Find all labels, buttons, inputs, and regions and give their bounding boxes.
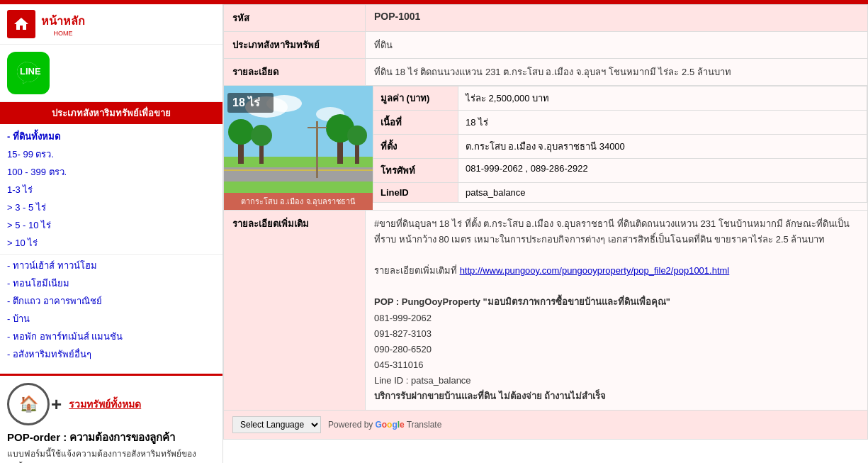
svg-rect-16: [316, 121, 318, 178]
svg-text:LINE: LINE: [20, 66, 41, 77]
nav-item-10-rai[interactable]: > 10 ไร่: [0, 234, 222, 252]
property-table: รหัส POP-1001 ประเภทสังหาริมทรัพย์ ที่ดิ…: [223, 4, 868, 440]
svg-point-9: [228, 119, 254, 145]
code-value: POP-1001: [366, 5, 868, 32]
nav-link-land-all[interactable]: - ที่ดินทั้งหมด: [7, 131, 60, 142]
svg-text:18 ไร่: 18 ไร่: [232, 96, 260, 108]
desc-inner-table: มูลค่า (บาท) ไร่ละ 2,500,000 บาท เนื้อที…: [373, 86, 867, 203]
location-value: ต.กระโสบ อ.เมือง จ.อุบลราชธานี 34000: [458, 135, 867, 159]
nav-link-5-10-rai[interactable]: > 5 - 10 ไร่: [7, 220, 51, 230]
nav-link-10-rai[interactable]: > 10 ไร่: [7, 238, 38, 248]
nav-item-100-399[interactable]: 100 - 399 ตรว.: [0, 163, 222, 181]
nav-link-15-99[interactable]: 15- 99 ตรว.: [7, 149, 54, 160]
additional-row: รายละเอียตเพิ่มเติม #ขายที่ดินอุบลฯ 18 ไ…: [224, 211, 868, 411]
additional-line4: 090-280-6520: [374, 344, 432, 355]
nav-link-1-3-rai[interactable]: 1-3 ไร่: [7, 184, 33, 195]
detail-value: ที่ดิน 18 ไร่ ติดถนนวงแหวน 231 ต.กระโสบ …: [366, 59, 868, 86]
additional-line5: 045-311016: [374, 359, 423, 370]
sidebar: หน้าหลัก HOME LINE ประเภทสังหาริมทรัพย์เ…: [0, 4, 223, 463]
nav-link-townhouse[interactable]: - ทาวน์เฮ้าส์ ทาวน์โฮม: [7, 260, 97, 271]
additional-text1: #ขายที่ดินอุบลฯ 18 ไร่ ที่ตั้ง ต.กระโสบ …: [374, 218, 850, 245]
nav-item-townhouse[interactable]: - ทาวน์เฮ้าส์ ทาวน์โฮม: [0, 257, 222, 274]
sidebar-nav: - ที่ดินทั้งหมด 15- 99 ตรว. 100 - 399 ตร…: [0, 124, 222, 367]
pop-order-desc: แบบฟอร์มนี้ใช้แจ้งความต้องการอสังหาริมทร…: [7, 448, 215, 463]
area-label: เนื้อที่: [373, 111, 458, 135]
additional-line2: 081-999-2062: [374, 313, 432, 323]
nav-item-1-3-rai[interactable]: 1-3 ไร่: [0, 181, 222, 199]
home-label: หน้าหลัก: [41, 15, 85, 27]
additional-line3: 091-827-3103: [374, 328, 432, 339]
area-value: 18 ไร่: [458, 111, 867, 135]
nav-item-5-10-rai[interactable]: > 5 - 10 ไร่: [0, 216, 222, 234]
lineid-value: patsa_balance: [458, 183, 867, 203]
phone-row: โทรศัพท์ 081-999-2062 , 089-286-2922: [373, 159, 867, 183]
property-image-cell: 18 ไร่ ตากระโสบ อ.เมือง จ.อุบลราชธานี: [224, 86, 373, 210]
nav-link-commercial[interactable]: - ตึกแถว อาคารพาณิชย์: [7, 296, 102, 306]
line-icon[interactable]: LINE: [7, 52, 50, 94]
line-icon-area: LINE: [0, 45, 222, 102]
translate-row: Select Language Powered by Google Transl…: [224, 411, 868, 440]
powered-by: Powered by Google Translate: [328, 420, 441, 430]
additional-line6: Line ID : patsa_balance: [374, 375, 471, 386]
additional-label: รายละเอียตเพิ่มเติม: [224, 211, 366, 411]
location-label: ที่ตั้ง: [373, 135, 458, 159]
main-content: รหัส POP-1001 ประเภทสังหาริมทรัพย์ ที่ดิ…: [223, 4, 868, 463]
svg-point-15: [347, 125, 367, 145]
svg-rect-17: [308, 127, 327, 128]
translate-text: Translate: [407, 420, 442, 430]
nav-item-other[interactable]: - อสังหาริมทรัพย์อื่นๆ: [0, 345, 222, 363]
pop-order-title: POP-order : ความต้องการของลูกค้า: [7, 429, 215, 446]
svg-point-11: [251, 125, 272, 146]
nav-item-condo[interactable]: - ทอนโฮมีเนียม: [0, 274, 222, 292]
language-select[interactable]: Select Language: [232, 416, 321, 433]
powered-by-text: Powered by: [328, 420, 373, 430]
nav-item-commercial[interactable]: - ตึกแถว อาคารพาณิชย์: [0, 292, 222, 310]
home-sub: HOME: [41, 30, 85, 37]
additional-line7: บริการรับฝากขายบ้านและที่ดิน ไม่ต้องจ่าย…: [374, 391, 606, 401]
additional-link-text: รายละเอียตเพิ่มเติมที่: [374, 265, 457, 276]
price-row: มูลค่า (บาท) ไร่ละ 2,500,000 บาท: [373, 87, 867, 111]
additional-content: #ขายที่ดินอุบลฯ 18 ไร่ ที่ตั้ง ต.กระโสบ …: [366, 211, 868, 411]
nav-item-land-all[interactable]: - ที่ดินทั้งหมด: [0, 128, 222, 145]
location-row: ที่ตั้ง ต.กระโสบ อ.เมือง จ.อุบลราชธานี 3…: [373, 135, 867, 159]
pop-order-section: 🏠 + รวมทรัพย์ทั้งหมด POP-order : ความต้อ…: [0, 374, 222, 463]
type-value: ที่ดิน: [366, 32, 868, 59]
pop-order-link-text: รวมทรัพย์ทั้งหมด: [69, 398, 141, 410]
property-image: 18 ไร่ ตากระโสบ อ.เมือง จ.อุบลราชธานี: [224, 86, 373, 210]
pop-order-link[interactable]: รวมทรัพย์ทั้งหมด: [69, 396, 141, 412]
nav-item-house[interactable]: - บ้าน: [0, 310, 222, 328]
sidebar-header: หน้าหลัก HOME: [0, 4, 222, 45]
type-row: ประเภทสังหาริมทรัพย์ ที่ดิน: [224, 32, 868, 59]
image-details-row: 18 ไร่ ตากระโสบ อ.เมือง จ.อุบลราชธานี มู…: [224, 86, 868, 211]
phone-value: 081-999-2062 , 089-286-2922: [458, 159, 867, 183]
nav-item-3-5-rai[interactable]: > 3 - 5 ไร่: [0, 199, 222, 216]
code-row: รหัส POP-1001: [224, 5, 868, 32]
lineid-label: LineID: [373, 183, 458, 203]
nav-link-100-399[interactable]: 100 - 399 ตรว.: [7, 167, 67, 177]
home-icon: [7, 10, 35, 38]
nav-link-3-5-rai[interactable]: > 3 - 5 ไร่: [7, 202, 46, 213]
nav-item-apartment[interactable]: - หอพัก อพาร์ทเม้นส์ แมนชัน: [0, 328, 222, 345]
pop-order-logo: 🏠 + รวมทรัพย์ทั้งหมด: [7, 383, 215, 425]
nav-link-other[interactable]: - อสังหาริมทรัพย์อื่นๆ: [7, 349, 91, 359]
additional-line1: POP : PungOoyProperty "มอบมิตรภาพการซื้อ…: [374, 296, 670, 307]
additional-url[interactable]: http://www.pungooy.com/pungooyproperty/p…: [460, 265, 730, 276]
code-label: รหัส: [224, 5, 366, 32]
search-circle-icon: 🏠: [7, 383, 50, 425]
image-caption: ตากระโสบ อ.เมือง จ.อุบลราชธานี: [224, 193, 373, 210]
price-label: มูลค่า (บาท): [373, 87, 458, 111]
detail-row: รายละเอียด ที่ดิน 18 ไร่ ติดถนนวงแหวน 23…: [224, 59, 868, 86]
lineid-row: LineID patsa_balance: [373, 183, 867, 203]
nav-header: ประเภทสังหาริมทรัพย์เพื่อขาย: [0, 102, 222, 124]
price-value: ไร่ละ 2,500,000 บาท: [458, 87, 867, 111]
nav-link-house[interactable]: - บ้าน: [7, 313, 30, 324]
phone-label: โทรศัพท์: [373, 159, 458, 183]
nav-separator-1: [0, 254, 222, 255]
nav-link-apartment[interactable]: - หอพัก อพาร์ทเม้นส์ แมนชัน: [7, 331, 123, 342]
area-row: เนื้อที่ 18 ไร่: [373, 111, 867, 135]
nav-link-condo[interactable]: - ทอนโฮมีเนียม: [7, 278, 69, 289]
nav-item-15-99[interactable]: 15- 99 ตรว.: [0, 145, 222, 163]
svg-rect-7: [224, 169, 373, 171]
detail-label: รายละเอียด: [224, 59, 366, 86]
google-logo: Google: [375, 420, 404, 430]
